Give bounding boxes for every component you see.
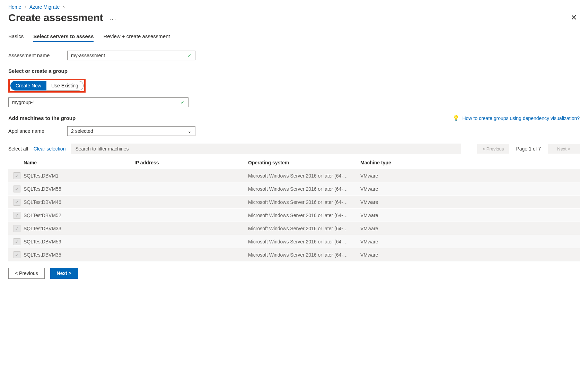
row-os: Microsoft Windows Server 2016 or later (… (248, 173, 360, 179)
pager-previous-button[interactable]: < Previous (477, 144, 509, 154)
row-type: VMware (360, 226, 580, 231)
close-icon[interactable]: ✕ (568, 12, 580, 24)
row-checkbox[interactable]: ✓ (14, 238, 20, 245)
lightbulb-icon: 💡 (453, 115, 459, 121)
table-row[interactable]: ✓SQLTestDBVM52Microsoft Windows Server 2… (8, 209, 580, 222)
footer-previous-button[interactable]: < Previous (8, 268, 45, 279)
row-checkbox[interactable]: ✓ (14, 212, 20, 219)
pager-next-button[interactable]: Next > (548, 144, 580, 154)
row-type: VMware (360, 239, 580, 244)
row-os: Microsoft Windows Server 2016 or later (… (248, 226, 360, 231)
row-checkbox[interactable]: ✓ (14, 186, 20, 192)
column-ip[interactable]: IP address (134, 160, 248, 165)
breadcrumb-home[interactable]: Home (8, 4, 21, 10)
help-link-dependency-visualization[interactable]: How to create groups using dependency vi… (462, 115, 580, 121)
row-os: Microsoft Windows Server 2016 or later (… (248, 213, 360, 218)
clear-selection-link[interactable]: Clear selection (34, 146, 66, 152)
assessment-name-value: my-assessment (71, 53, 187, 58)
group-name-value: mygroup-1 (12, 100, 181, 105)
table-row[interactable]: ✓SQLTestDBVM33Microsoft Windows Server 2… (8, 222, 580, 235)
row-name: SQLTestDBVM33 (24, 226, 134, 231)
pager-info: Page 1 of 7 (516, 146, 541, 152)
row-checkbox[interactable]: ✓ (14, 225, 20, 232)
table-row[interactable]: ✓SQLTestDBVM1Microsoft Windows Server 20… (8, 169, 580, 182)
appliance-name-select[interactable]: 2 selected ⌄ (67, 126, 195, 136)
wizard-footer: < Previous Next > (0, 262, 588, 284)
assessment-name-label: Assessment name (8, 53, 60, 58)
row-checkbox[interactable]: ✓ (14, 172, 20, 179)
appliance-name-label: Appliance name (8, 128, 60, 134)
row-os: Microsoft Windows Server 2016 or later (… (248, 199, 360, 205)
table-body: ✓SQLTestDBVM1Microsoft Windows Server 20… (8, 169, 580, 275)
row-name: SQLTestDBVM1 (24, 173, 134, 179)
table-row[interactable]: ✓SQLTestDBVM59Microsoft Windows Server 2… (8, 235, 580, 248)
row-type: VMware (360, 186, 580, 192)
row-type: VMware (360, 213, 580, 218)
group-section-title: Select or create a group (8, 68, 580, 74)
row-os: Microsoft Windows Server 2016 or later (… (248, 239, 360, 244)
footer-next-button[interactable]: Next > (50, 268, 78, 279)
breadcrumb: Home › Azure Migrate › (8, 4, 580, 10)
row-name: SQLTestDBVM52 (24, 213, 134, 218)
row-type: VMware (360, 199, 580, 205)
more-actions-button[interactable]: ··· (109, 16, 117, 23)
row-name: SQLTestDBVM59 (24, 239, 134, 244)
page-title: Create assessment (8, 12, 103, 24)
select-all-link[interactable]: Select all (8, 146, 28, 152)
table-row[interactable]: ✓SQLTestDBVM35Microsoft Windows Server 2… (8, 248, 580, 261)
breadcrumb-azure-migrate[interactable]: Azure Migrate (29, 4, 60, 10)
validation-check-icon: ✓ (187, 53, 192, 58)
column-os[interactable]: Operating system (248, 160, 360, 165)
tab-review[interactable]: Review + create assessment (103, 33, 170, 42)
highlight-box: Create New Use Existing (8, 79, 86, 93)
column-name[interactable]: Name (24, 160, 134, 165)
group-name-input[interactable]: mygroup-1 ✓ (8, 97, 188, 107)
add-machines-title: Add machines to the group (8, 115, 76, 121)
row-os: Microsoft Windows Server 2016 or later (… (248, 252, 360, 258)
search-input[interactable]: Search to filter machines (71, 144, 461, 154)
column-type[interactable]: Machine type (360, 160, 580, 165)
table-row[interactable]: ✓SQLTestDBVM55Microsoft Windows Server 2… (8, 182, 580, 196)
table-header: Name IP address Operating system Machine… (8, 156, 580, 169)
pill-create-new[interactable]: Create New (10, 81, 46, 91)
tab-select-servers[interactable]: Select servers to assess (33, 33, 94, 42)
appliance-name-value: 2 selected (71, 128, 187, 134)
row-checkbox[interactable]: ✓ (14, 251, 20, 258)
chevron-down-icon: ⌄ (187, 128, 192, 134)
row-name: SQLTestDBVM35 (24, 252, 134, 258)
row-type: VMware (360, 252, 580, 258)
pill-use-existing[interactable]: Use Existing (46, 81, 84, 91)
chevron-right-icon: › (23, 4, 28, 10)
wizard-tabs: Basics Select servers to assess Review +… (8, 33, 580, 42)
table-row[interactable]: ✓SQLTestDBVM46Microsoft Windows Server 2… (8, 196, 580, 209)
search-placeholder: Search to filter machines (75, 146, 129, 152)
tab-basics[interactable]: Basics (8, 33, 24, 42)
row-checkbox[interactable]: ✓ (14, 199, 20, 206)
assessment-name-input[interactable]: my-assessment ✓ (67, 51, 195, 60)
validation-check-icon: ✓ (181, 100, 185, 105)
row-os: Microsoft Windows Server 2016 or later (… (248, 186, 360, 192)
row-name: SQLTestDBVM46 (24, 199, 134, 205)
row-type: VMware (360, 173, 580, 179)
chevron-right-icon: › (61, 4, 67, 10)
row-name: SQLTestDBVM55 (24, 186, 134, 192)
table-pager: < Previous Page 1 of 7 Next > (477, 144, 580, 154)
